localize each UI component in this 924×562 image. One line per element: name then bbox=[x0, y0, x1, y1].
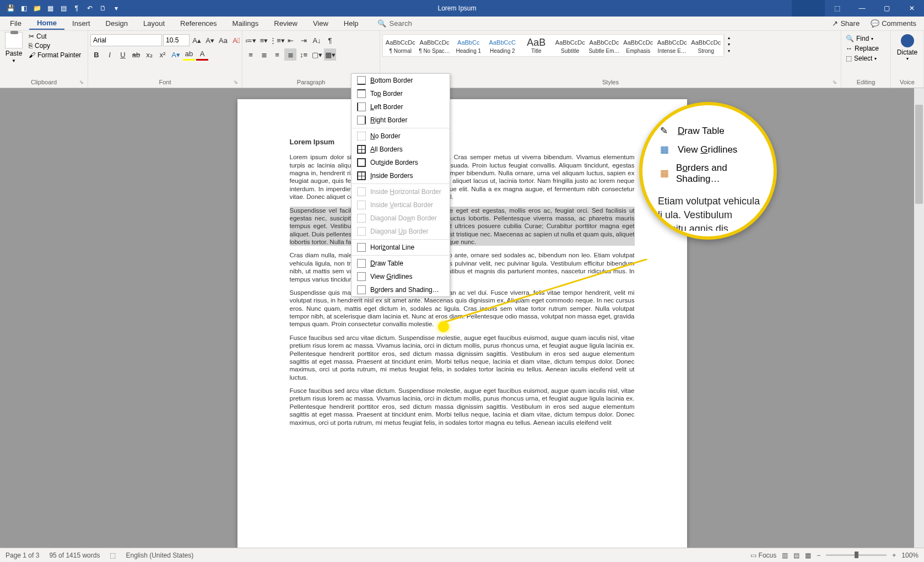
share-button[interactable]: ↗Share bbox=[826, 18, 865, 29]
clipboard-launcher-icon[interactable]: ⬂ bbox=[79, 79, 86, 86]
format-painter-button[interactable]: 🖌Format Painter bbox=[26, 51, 83, 60]
styles-more[interactable]: ▴▾▾ bbox=[724, 34, 733, 54]
font-launcher-icon[interactable]: ⬂ bbox=[234, 79, 240, 86]
tab-insert[interactable]: Insert bbox=[64, 18, 98, 29]
scroll-thumb[interactable] bbox=[915, 105, 923, 204]
read-mode-icon[interactable]: ▤ bbox=[793, 552, 799, 559]
style-intense-e-[interactable]: AaBbCcDcIntense E… bbox=[656, 36, 689, 55]
italic-button[interactable]: I bbox=[104, 48, 116, 61]
show-marks-icon[interactable]: ¶ bbox=[324, 34, 336, 46]
strike-button[interactable]: ab bbox=[130, 48, 142, 61]
align-right-icon[interactable]: ≡ bbox=[271, 48, 283, 61]
border-right-border[interactable]: Right Border bbox=[352, 114, 450, 127]
underline-button[interactable]: U bbox=[117, 48, 129, 61]
style-title[interactable]: AaBTitle bbox=[520, 36, 553, 55]
style-strong[interactable]: AaBbCcDcStrong bbox=[690, 36, 723, 55]
callout-draw-table[interactable]: ✎Draw Table bbox=[658, 122, 763, 140]
border-inside-borders[interactable]: Inside Borders bbox=[352, 169, 450, 182]
scrollbar[interactable] bbox=[914, 88, 924, 548]
cut-button[interactable]: ✂Cut bbox=[26, 32, 83, 41]
multilevel-icon[interactable]: ⋮≡▾ bbox=[271, 34, 283, 46]
zoom-slider[interactable] bbox=[826, 554, 887, 556]
layout-icon[interactable]: ▤ bbox=[57, 2, 69, 14]
close-icon[interactable]: ✕ bbox=[899, 0, 924, 17]
font-name-select[interactable] bbox=[90, 34, 162, 46]
highlight-icon[interactable]: ab bbox=[183, 48, 195, 61]
text-effects-icon[interactable]: A▾ bbox=[170, 48, 182, 61]
paragraph-icon[interactable]: ¶ bbox=[71, 2, 83, 14]
maximize-icon[interactable]: ▢ bbox=[874, 0, 899, 17]
zoom-in-icon[interactable]: + bbox=[892, 552, 896, 559]
align-center-icon[interactable]: ≣ bbox=[258, 48, 270, 61]
line-spacing-icon[interactable]: ↕≡ bbox=[298, 48, 310, 61]
paste-button[interactable]: Paste ▼ bbox=[2, 32, 25, 63]
callout-view-gridlines[interactable]: ▦View Gridlines bbox=[658, 140, 763, 159]
autosave-icon[interactable]: ◧ bbox=[18, 2, 30, 14]
tab-references[interactable]: References bbox=[172, 18, 224, 29]
bullets-icon[interactable]: ≔▾ bbox=[245, 34, 257, 46]
select-button[interactable]: ⬚Select▾ bbox=[844, 54, 879, 63]
border-left-border[interactable]: Left Border bbox=[352, 100, 450, 114]
border-all-borders[interactable]: All Borders bbox=[352, 143, 450, 156]
subscript-button[interactable]: x₂ bbox=[143, 48, 155, 61]
user-account[interactable] bbox=[792, 0, 825, 17]
borders-button[interactable]: ▦▾ bbox=[324, 48, 336, 61]
shading-icon[interactable]: ▢▾ bbox=[311, 48, 323, 61]
decrease-indent-icon[interactable]: ⇤ bbox=[284, 34, 296, 46]
focus-mode[interactable]: ▭ Focus bbox=[750, 552, 776, 559]
find-button[interactable]: 🔍Find▾ bbox=[844, 34, 876, 43]
font-size-select[interactable] bbox=[163, 34, 190, 46]
spell-check-icon[interactable]: ⬚ bbox=[110, 552, 116, 559]
copy-button[interactable]: ⎘Copy bbox=[26, 41, 83, 50]
undo-icon[interactable]: ↶ bbox=[84, 2, 96, 14]
callout-borders-shading[interactable]: ▦Borders and Shading… bbox=[658, 159, 763, 188]
border-no-border[interactable]: No Border bbox=[352, 129, 450, 143]
tab-mailings[interactable]: Mailings bbox=[225, 18, 267, 29]
ribbon-display-icon[interactable]: ⬚ bbox=[825, 0, 850, 17]
style-emphasis[interactable]: AaBbCcDcEmphasis bbox=[622, 36, 655, 55]
style-subtle-em-[interactable]: AaBbCcDcSubtle Em… bbox=[588, 36, 621, 55]
font-color-icon[interactable]: A bbox=[196, 48, 208, 61]
word-count[interactable]: 95 of 1415 words bbox=[49, 552, 100, 559]
dictate-button[interactable]: Dictate ▾ bbox=[893, 32, 921, 78]
border-top-border[interactable]: Top Border bbox=[352, 87, 450, 100]
language-status[interactable]: English (United States) bbox=[126, 552, 193, 559]
border-horizontal-line[interactable]: Horizontal Line bbox=[352, 241, 450, 254]
border-view-gridlines[interactable]: View Gridlines bbox=[352, 270, 450, 283]
styles-gallery[interactable]: AaBbCcDc¶ NormalAaBbCcDc¶ No Spac…AaBbCc… bbox=[382, 34, 724, 57]
web-layout-icon[interactable]: ▦ bbox=[805, 552, 811, 559]
border-bottom-border[interactable]: Bottom Border bbox=[352, 74, 450, 87]
change-case-icon[interactable]: Aa bbox=[217, 34, 229, 46]
minimize-icon[interactable]: — bbox=[850, 0, 874, 17]
style--no-spac-[interactable]: AaBbCcDc¶ No Spac… bbox=[418, 36, 451, 55]
style-subtitle[interactable]: AaBbCcDcSubtitle bbox=[554, 36, 587, 55]
tab-design[interactable]: Design bbox=[98, 18, 136, 29]
print-layout-icon[interactable]: ▥ bbox=[782, 552, 788, 559]
new-doc-icon[interactable]: 🗋 bbox=[97, 2, 109, 14]
increase-indent-icon[interactable]: ⇥ bbox=[298, 34, 310, 46]
style--normal[interactable]: AaBbCcDc¶ Normal bbox=[384, 36, 417, 55]
border-draw-table[interactable]: Draw Table bbox=[352, 257, 450, 270]
page-status[interactable]: Page 1 of 3 bbox=[6, 552, 39, 559]
tab-review[interactable]: Review bbox=[266, 18, 305, 29]
search-box[interactable]: 🔍Search bbox=[366, 19, 412, 28]
tab-help[interactable]: Help bbox=[336, 18, 366, 29]
grow-font-icon[interactable]: A▴ bbox=[191, 34, 203, 46]
qat-customize-icon[interactable]: ▾ bbox=[110, 2, 122, 14]
bold-button[interactable]: B bbox=[90, 48, 102, 61]
save-icon[interactable]: 💾 bbox=[4, 2, 17, 14]
border-borders-and-shading-[interactable]: Borders and Shading… bbox=[352, 283, 450, 296]
superscript-button[interactable]: x² bbox=[156, 48, 169, 61]
zoom-level[interactable]: 100% bbox=[901, 552, 918, 559]
table-icon[interactable]: ▦ bbox=[44, 2, 56, 14]
styles-launcher-icon[interactable]: ⬂ bbox=[833, 79, 839, 86]
shrink-font-icon[interactable]: A▾ bbox=[204, 34, 216, 46]
replace-button[interactable]: ↔Replace bbox=[844, 44, 881, 53]
tab-layout[interactable]: Layout bbox=[136, 18, 172, 29]
sort-icon[interactable]: A↓ bbox=[311, 34, 323, 46]
folder-icon[interactable]: 📁 bbox=[31, 2, 43, 14]
tab-file[interactable]: File bbox=[2, 18, 29, 29]
comments-button[interactable]: 💬Comments bbox=[865, 18, 922, 29]
justify-icon[interactable]: ≣ bbox=[284, 48, 296, 61]
tab-home[interactable]: Home bbox=[29, 17, 64, 30]
